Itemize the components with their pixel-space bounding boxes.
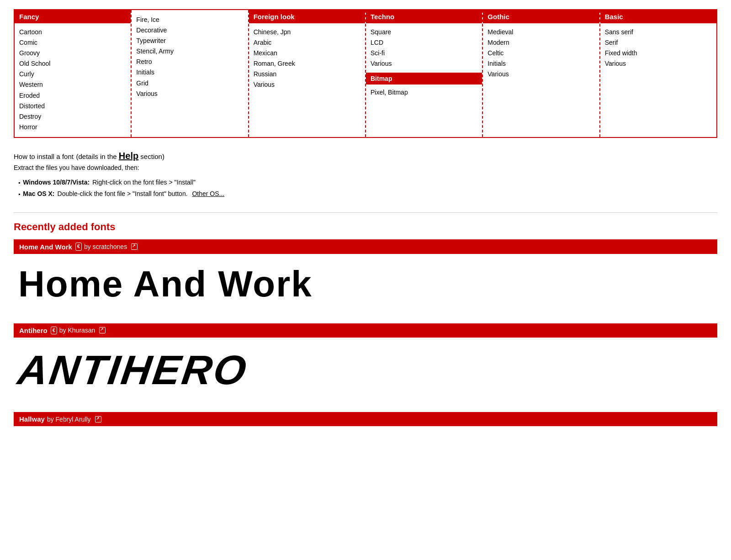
cat-link-fixed-width[interactable]: Fixed width (605, 48, 712, 58)
section-divider (14, 212, 717, 213)
euro-badge-antihero: € (51, 327, 57, 334)
font-preview-text-home-and-work: Home And Work (18, 263, 313, 305)
install-step-mac-desc: Double-click the font file > "Install fo… (58, 188, 190, 200)
font-entry-antihero: Antihero € by Khurasan ANTIHERO (14, 323, 717, 398)
category-nav: Fancy Cartoon Comic Groovy Old School Cu… (14, 9, 717, 138)
recently-section: Recently added fonts Home And Work € by … (14, 221, 717, 426)
cat-link-comic[interactable]: Comic (19, 37, 126, 48)
cat-col-gothic: Gothic Medieval Modern Celtic Initials V… (483, 10, 600, 137)
cat-link-medieval[interactable]: Medieval (487, 27, 594, 37)
install-section: How to install a font (details in the He… (14, 151, 717, 200)
cat-link-eroded[interactable]: Eroded (19, 90, 126, 101)
cat-link-destroy[interactable]: Destroy (19, 111, 126, 122)
cat-link-square[interactable]: Square (371, 27, 477, 37)
cat-header-fancy[interactable]: Fancy (15, 10, 131, 23)
cat-header-basic[interactable]: Basic (600, 10, 716, 23)
cat-links-basic: Sans serif Serif Fixed width Various (600, 27, 716, 69)
install-title: How to install a font (details in the He… (14, 151, 717, 161)
cat-link-pixel[interactable]: Pixel, Bitmap (371, 87, 477, 98)
cat-link-various-foreign[interactable]: Various (254, 79, 360, 90)
cat-link-celtic[interactable]: Celtic (487, 48, 594, 58)
cat-link-mexican[interactable]: Mexican (254, 48, 360, 58)
font-entry-hallway: Hallway by Febryl Arully (14, 412, 717, 426)
external-link-icon-antihero[interactable] (99, 327, 106, 333)
cat-link-typewriter[interactable]: Typewriter (136, 36, 243, 46)
external-link-icon-home-and-work[interactable] (131, 243, 138, 250)
cat-link-retro[interactable]: Retro (136, 57, 243, 67)
cat-link-chinese[interactable]: Chinese, Jpn (254, 27, 360, 37)
cat-link-cartoon[interactable]: Cartoon (19, 27, 126, 37)
font-preview-antihero: ANTIHERO (14, 338, 717, 398)
cat-link-various-gothic[interactable]: Various (487, 69, 594, 79)
install-other-os-link[interactable]: Other OS... (192, 188, 224, 200)
cat-link-serif[interactable]: Serif (605, 37, 712, 48)
cat-link-russian[interactable]: Russian (254, 69, 360, 79)
cat-links-bitmap: Pixel, Bitmap (366, 87, 482, 98)
cat-link-sans-serif[interactable]: Sans serif (605, 27, 712, 37)
install-title-text: How to install a font (14, 153, 74, 160)
cat-col-plain: Fire, Ice Decorative Typewriter Stencil,… (132, 10, 249, 137)
cat-header-techno[interactable]: Techno (366, 10, 482, 23)
cat-link-fire-ice[interactable]: Fire, Ice (136, 15, 243, 25)
cat-subheader-bitmap[interactable]: Bitmap (366, 73, 482, 85)
cat-link-various-techno[interactable]: Various (371, 58, 477, 69)
font-author-hallway: by Febryl Arully (47, 416, 91, 423)
install-subtitle: Extract the files you have downloaded, t… (14, 164, 717, 171)
cat-link-various-basic[interactable]: Various (605, 58, 712, 69)
cat-links-plain: Fire, Ice Decorative Typewriter Stencil,… (132, 10, 248, 99)
install-step-windows-os: Windows 10/8/7/Vista: (23, 177, 90, 188)
external-link-icon-hallway[interactable] (95, 416, 101, 423)
install-help-link[interactable]: Help (119, 151, 138, 161)
cat-link-arabic[interactable]: Arabic (254, 37, 360, 48)
cat-link-horror[interactable]: Horror (19, 122, 126, 132)
install-step-mac: Mac OS X: Double-click the font file > "… (18, 188, 717, 200)
cat-links-techno: Square LCD Sci-fi Various (366, 27, 482, 69)
cat-col-techno: Techno Square LCD Sci-fi Various Bitmap … (366, 10, 483, 137)
install-step-windows: Windows 10/8/7/Vista: Right-click on the… (18, 177, 717, 188)
cat-link-roman[interactable]: Roman, Greek (254, 58, 360, 69)
cat-link-initials-gothic[interactable]: Initials (487, 58, 594, 69)
font-preview-home-and-work: Home And Work (14, 254, 717, 310)
cat-link-initials[interactable]: Initials (136, 67, 243, 78)
font-entry-home-and-work: Home And Work € by scratchones Home And … (14, 239, 717, 309)
font-author-home-and-work: by scratchones (84, 243, 127, 250)
cat-link-stencil[interactable]: Stencil, Army (136, 46, 243, 57)
cat-links-fancy: Cartoon Comic Groovy Old School Curly We… (15, 27, 131, 132)
install-help-suffix: section) (138, 153, 164, 160)
cat-link-modern[interactable]: Modern (487, 37, 594, 48)
font-preview-text-antihero: ANTIHERO (15, 347, 251, 394)
install-step-mac-os: Mac OS X: (23, 188, 54, 200)
cat-link-scifi[interactable]: Sci-fi (371, 48, 477, 58)
font-author-antihero: by Khurasan (59, 327, 95, 334)
install-step-windows-desc: Right-click on the font files > "Install… (92, 177, 196, 188)
font-bar-home-and-work[interactable]: Home And Work € by scratchones (14, 239, 717, 254)
cat-link-groovy[interactable]: Groovy (19, 48, 126, 58)
cat-link-distorted[interactable]: Distorted (19, 101, 126, 111)
font-bar-hallway[interactable]: Hallway by Febryl Arully (14, 412, 717, 426)
cat-link-various-plain[interactable]: Various (136, 89, 243, 99)
font-name-hallway[interactable]: Hallway (19, 415, 45, 423)
cat-links-gothic: Medieval Modern Celtic Initials Various (483, 27, 599, 79)
cat-links-foreign: Chinese, Jpn Arabic Mexican Roman, Greek… (249, 27, 365, 90)
install-list: Windows 10/8/7/Vista: Right-click on the… (14, 177, 717, 200)
font-name-home-and-work[interactable]: Home And Work (19, 243, 72, 251)
cat-link-oldschool[interactable]: Old School (19, 58, 126, 69)
cat-link-western[interactable]: Western (19, 79, 126, 90)
euro-badge-home-and-work: € (75, 243, 82, 250)
cat-link-decorative[interactable]: Decorative (136, 25, 243, 36)
cat-col-basic: Basic Sans serif Serif Fixed width Vario… (600, 10, 716, 137)
cat-header-gothic[interactable]: Gothic (483, 10, 599, 23)
install-help-prefix: (details in the (76, 153, 118, 160)
cat-link-grid[interactable]: Grid (136, 78, 243, 89)
font-bar-antihero[interactable]: Antihero € by Khurasan (14, 323, 717, 338)
recently-title: Recently added fonts (14, 221, 717, 233)
font-name-antihero[interactable]: Antihero (19, 327, 48, 334)
cat-link-curly[interactable]: Curly (19, 69, 126, 79)
cat-header-foreign[interactable]: Foreign look (249, 10, 365, 23)
cat-col-fancy: Fancy Cartoon Comic Groovy Old School Cu… (15, 10, 132, 137)
cat-link-lcd[interactable]: LCD (371, 37, 477, 48)
cat-col-foreign: Foreign look Chinese, Jpn Arabic Mexican… (249, 10, 366, 137)
